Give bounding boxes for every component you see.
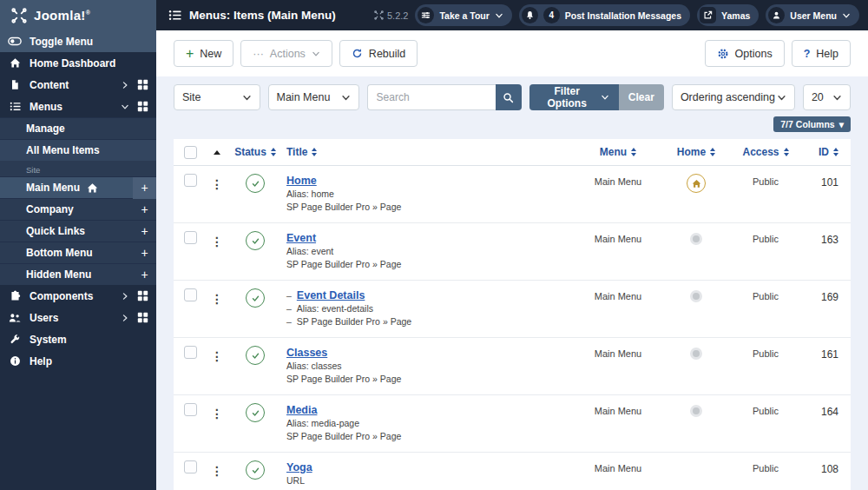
sidebar-menu-company[interactable]: Company +	[0, 198, 156, 220]
site-preview-button[interactable]: Yamas	[697, 4, 759, 26]
status-published[interactable]	[229, 231, 281, 250]
user-menu-button[interactable]: User Menu	[766, 4, 859, 26]
sidebar-item-components[interactable]: Components	[0, 285, 156, 307]
grid-icon[interactable]	[137, 312, 148, 323]
add-menu-item-button[interactable]: +	[133, 177, 156, 199]
question-icon: ?	[804, 48, 811, 60]
drag-handle[interactable]: ⋮	[205, 174, 229, 192]
menu-select[interactable]: Main Menu	[268, 84, 359, 110]
site-select[interactable]: Site	[174, 84, 260, 110]
menu-column-header[interactable]: Menu	[575, 146, 661, 158]
columns-toggle-button[interactable]: 7/7 Columns ▾	[773, 116, 851, 132]
status-published[interactable]	[229, 174, 281, 193]
sort-icon	[784, 148, 789, 156]
ordering-select[interactable]: Ordering ascending	[672, 84, 795, 110]
sidebar-menu-hidden-menu[interactable]: Hidden Menu +	[0, 263, 156, 285]
new-button[interactable]: + New	[174, 40, 233, 67]
grid-icon[interactable]	[137, 290, 148, 301]
submenu-item-all-menu-items[interactable]: All Menu Items	[0, 139, 156, 161]
add-menu-item-button[interactable]: +	[133, 264, 156, 286]
home-icon	[87, 182, 98, 194]
item-title-link[interactable]: Yoga	[286, 461, 312, 473]
search-button[interactable]	[496, 84, 522, 110]
drag-handle[interactable]: ⋮	[205, 231, 229, 249]
home-unset-icon[interactable]	[661, 231, 731, 245]
item-alias: Alias: event	[286, 245, 575, 258]
row-checkbox[interactable]	[184, 460, 197, 473]
table-row: ⋮ Media Alias: media-page SP Page Builde…	[174, 395, 851, 453]
search-group	[367, 84, 522, 110]
sidebar-menu-main-menu[interactable]: Main Menu +	[0, 176, 156, 198]
drag-handle[interactable]: ⋮	[205, 346, 229, 364]
item-title-link[interactable]: Event Details	[297, 289, 365, 301]
take-a-tour-button[interactable]: Take a Tour	[415, 4, 511, 26]
users-icon	[8, 312, 22, 324]
item-title-link[interactable]: Home	[286, 175, 317, 187]
site-section-label: Site	[0, 161, 156, 176]
toggle-menu-button[interactable]: Toggle Menu	[0, 30, 156, 52]
grid-icon[interactable]	[137, 101, 148, 112]
id-column-header[interactable]: ID	[800, 146, 851, 158]
options-button[interactable]: Options	[705, 40, 785, 67]
access-column-header[interactable]: Access	[731, 146, 800, 158]
ordering-sort-header[interactable]	[205, 150, 229, 155]
chevron-down-icon	[312, 50, 320, 58]
chevron-down-icon	[601, 93, 609, 102]
status-published[interactable]	[229, 403, 281, 422]
help-button[interactable]: ? Help	[792, 40, 851, 67]
sidebar-item-content[interactable]: Content	[0, 74, 156, 96]
item-menu: Main Menu	[575, 460, 661, 473]
add-menu-item-button[interactable]: +	[133, 199, 156, 221]
search-input[interactable]	[367, 84, 496, 110]
row-checkbox[interactable]	[184, 174, 197, 187]
sidebar-item-home-dashboard[interactable]: Home Dashboard	[0, 52, 156, 74]
add-menu-item-button[interactable]: +	[133, 221, 156, 242]
status-published[interactable]	[229, 460, 281, 480]
row-checkbox[interactable]	[184, 403, 197, 416]
item-title-link[interactable]: Event	[286, 232, 316, 244]
status-published[interactable]	[229, 346, 281, 365]
filter-options-button[interactable]: Filter Options	[529, 84, 619, 110]
sidebar-menu-bottom-menu[interactable]: Bottom Menu +	[0, 242, 156, 263]
home-unset-icon[interactable]	[661, 346, 731, 360]
row-checkbox[interactable]	[184, 346, 197, 359]
home-column-header[interactable]: Home	[661, 146, 731, 158]
drag-handle[interactable]: ⋮	[205, 460, 229, 479]
limit-select[interactable]: 20	[803, 84, 851, 110]
select-all-checkbox[interactable]	[184, 146, 197, 159]
post-installation-messages-button[interactable]: 4 Post Installation Messages	[519, 4, 690, 26]
status-published[interactable]	[229, 288, 281, 308]
title-column-header[interactable]: Title	[281, 146, 575, 158]
item-type: SP Page Builder Pro » Page	[286, 258, 575, 271]
sidebar-item-help[interactable]: Help	[0, 350, 156, 372]
sidebar-item-users[interactable]: Users	[0, 307, 156, 328]
status-column-header[interactable]: Status	[229, 146, 281, 158]
item-id: 164	[800, 403, 851, 418]
sidebar-menu-quick-links[interactable]: Quick Links +	[0, 220, 156, 242]
row-checkbox[interactable]	[184, 231, 197, 244]
menu-items-table: Status Title Menu Home Access ID ⋮	[174, 139, 851, 490]
grid-icon[interactable]	[137, 79, 148, 90]
filter-bar: Site Main Menu Filter Options Clear Orde…	[156, 76, 868, 110]
clear-button[interactable]: Clear	[619, 84, 664, 110]
search-icon	[503, 92, 514, 103]
submenu-item-manage[interactable]: Manage	[0, 117, 156, 139]
drag-handle[interactable]: ⋮	[205, 288, 229, 307]
sidebar-item-system[interactable]: System	[0, 328, 156, 350]
item-id: 163	[800, 231, 851, 246]
row-checkbox[interactable]	[184, 288, 197, 301]
item-title-link[interactable]: Media	[286, 404, 317, 416]
info-icon	[8, 355, 22, 367]
chevron-down-icon	[341, 93, 351, 103]
drag-handle[interactable]: ⋮	[205, 403, 229, 421]
rebuild-button[interactable]: Rebuild	[339, 40, 418, 67]
messages-count-badge: 4	[543, 7, 560, 23]
sidebar-item-menus[interactable]: Menus	[0, 96, 156, 117]
home-unset-icon[interactable]	[661, 288, 731, 302]
add-menu-item-button[interactable]: +	[133, 242, 156, 264]
actions-button[interactable]: ··· Actions	[240, 40, 332, 67]
item-title-link[interactable]: Classes	[286, 347, 327, 359]
ellipsis-icon: ···	[253, 48, 264, 60]
home-unset-icon[interactable]	[661, 403, 731, 417]
home-default-icon[interactable]	[661, 174, 731, 193]
